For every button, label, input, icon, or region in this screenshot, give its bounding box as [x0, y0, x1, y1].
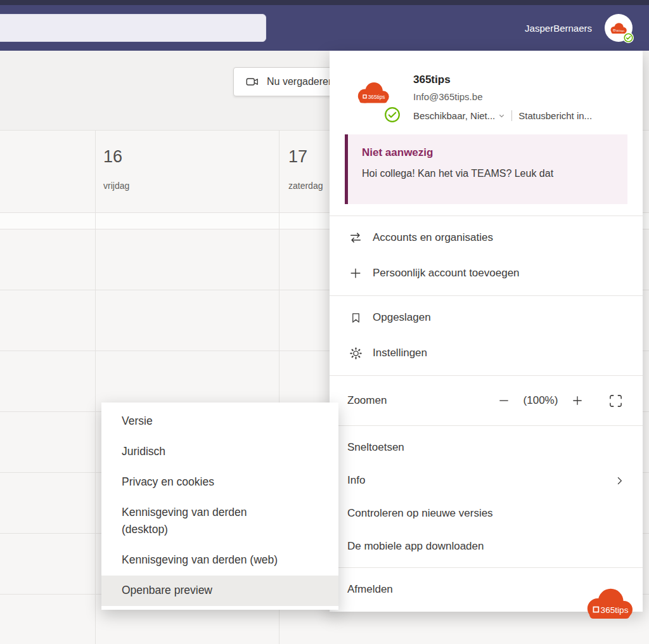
status-message-link[interactable]: Statusbericht in... — [518, 110, 592, 121]
divider — [511, 110, 512, 121]
chevron-down-icon[interactable] — [498, 112, 505, 119]
saved-settings-section: Opgeslagen Instellingen — [330, 296, 643, 375]
avatar[interactable]: 365tips — [605, 14, 633, 42]
profile-email: Info@365tips.be — [413, 91, 482, 102]
menu-item-label: Controleren op nieuwe versies — [347, 507, 493, 520]
presence-status-row: Beschikbaar, Niet... Statusbericht in... — [413, 110, 592, 121]
search-input[interactable] — [0, 14, 266, 42]
menu-item-label: Persoonlijk account toevoegen — [373, 267, 520, 280]
help-section: Sneltoetsen Info Controleren op nieuwe v… — [330, 426, 643, 567]
menu-item-download-mobile-app[interactable]: De mobiele app downloaden — [330, 530, 643, 563]
minus-icon — [498, 394, 510, 407]
calendar-day-header-friday[interactable]: 16 vrijdag — [103, 147, 129, 191]
switch-accounts-icon — [347, 231, 364, 245]
app-header: JasperBernaers 365tips — [0, 5, 649, 51]
gear-icon — [347, 347, 364, 360]
svg-text:365tips: 365tips — [601, 605, 629, 615]
info-submenu: Versie Juridisch Privacy en cookies Kenn… — [101, 402, 338, 610]
menu-item-check-updates[interactable]: Controleren op nieuwe versies — [330, 497, 643, 530]
menu-item-label: Sneltoetsen — [347, 441, 404, 454]
calendar-day-header-saturday[interactable]: 17 zaterdag — [288, 147, 323, 191]
fullscreen-icon — [608, 394, 623, 408]
zoom-controls: (100%) — [494, 391, 625, 410]
day-name: vrijdag — [103, 181, 129, 191]
menu-item-label: Info — [347, 474, 365, 487]
away-status-message: Hoi collega! Kan het via TEAMS? Leuk dat — [362, 168, 614, 179]
zoom-reset-button[interactable] — [606, 391, 625, 410]
menu-item-third-party-desktop[interactable]: Kennisgeving van derden (desktop) — [101, 498, 338, 545]
day-name: zaterdag — [288, 181, 323, 191]
menu-item-add-personal-account[interactable]: Persoonlijk account toevoegen — [330, 255, 643, 291]
zoom-out-button[interactable] — [494, 391, 513, 410]
camera-icon — [244, 75, 260, 89]
window-title-bar — [0, 0, 649, 5]
zoom-in-button[interactable] — [568, 391, 587, 410]
meet-now-button[interactable]: Nu vergaderen — [233, 67, 345, 96]
bookmark-icon — [347, 312, 364, 324]
presence-available-icon — [623, 32, 634, 43]
zoom-controls-row: Zoomen (100%) — [330, 376, 643, 425]
menu-item-saved[interactable]: Opgeslagen — [330, 300, 643, 335]
presence-available-icon — [384, 106, 401, 123]
away-status-card[interactable]: Niet aanwezig Hoi collega! Kan het via T… — [345, 134, 627, 204]
day-number: 17 — [288, 147, 323, 167]
menu-item-label: Afmelden — [347, 583, 393, 596]
calendar-gridline — [95, 130, 96, 644]
meet-now-label: Nu vergaderen — [267, 76, 334, 87]
menu-item-accounts[interactable]: Accounts en organisaties — [330, 220, 643, 255]
menu-item-settings[interactable]: Instellingen — [330, 335, 643, 371]
accounts-section: Accounts en organisaties Persoonlijk acc… — [330, 216, 643, 295]
plus-icon — [571, 394, 584, 407]
profile-dropdown-menu: 365tips 365tips Info@365tips.be Beschikb… — [330, 51, 643, 612]
menu-item-public-preview[interactable]: Openbare preview — [101, 576, 338, 606]
org-cloud-logo: 365tips — [352, 79, 394, 106]
presence-status[interactable]: Beschikbaar, Niet... — [413, 110, 495, 121]
profile-name: 365tips — [413, 74, 451, 86]
teams-app: 16 vrijdag 17 zaterdag Nu vergaderen Jas… — [0, 0, 649, 644]
svg-text:365tips: 365tips — [368, 94, 385, 100]
menu-item-legal[interactable]: Juridisch — [101, 437, 338, 467]
profile-section: 365tips 365tips Info@365tips.be Beschikb… — [330, 51, 643, 216]
plus-icon — [347, 266, 364, 280]
menu-item-label: Opgeslagen — [373, 311, 431, 324]
svg-text:365tips: 365tips — [616, 29, 625, 32]
zoom-value: (100%) — [513, 394, 568, 407]
menu-item-label: De mobiele app downloaden — [347, 540, 484, 553]
menu-item-shortcuts[interactable]: Sneltoetsen — [330, 431, 643, 464]
user-name-label: JasperBernaers — [525, 5, 592, 51]
menu-item-privacy-cookies[interactable]: Privacy en cookies — [101, 467, 338, 498]
cloud-logo-icon: 365tips — [579, 583, 640, 624]
menu-item-label: Instellingen — [373, 347, 427, 359]
menu-item-third-party-web[interactable]: Kennisgeving van derden (web) — [101, 545, 338, 576]
chevron-right-icon — [614, 475, 625, 486]
away-status-title: Niet aanwezig — [362, 146, 614, 159]
watermark-logo: 365tips — [579, 583, 640, 624]
menu-item-label: Accounts en organisaties — [373, 231, 493, 244]
zoom-label: Zoomen — [347, 394, 387, 407]
menu-item-version[interactable]: Versie — [101, 406, 338, 437]
menu-item-info[interactable]: Info — [330, 464, 643, 497]
day-number: 16 — [103, 147, 129, 167]
